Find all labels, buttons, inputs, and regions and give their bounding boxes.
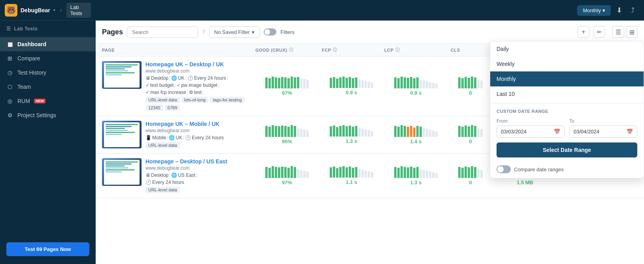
download-button[interactable]: ⬇ [613,4,625,16]
bar [333,167,335,178]
select-date-range-button[interactable]: Select Date Range [497,142,637,157]
sidebar-breadcrumb: Lab Tests [66,3,91,18]
cls-bars-1 [458,77,483,88]
page-details-3: Homepage – Desktop / US East www.debugbe… [145,158,252,193]
page-info-1: Homepage UK – Desktop / UK www.debugbear… [102,61,252,111]
bar [368,171,370,178]
bar [297,169,299,178]
bar [364,81,367,88]
saved-filter-button[interactable]: No Saved Filter ▾ [209,26,260,38]
filter-toggle[interactable] [264,28,276,36]
sidebar-item-test-history[interactable]: ◷ Test History [0,66,96,80]
bar [346,126,348,137]
sidebar-item-rum[interactable]: ◎ RUM NEW [0,94,96,108]
tag[interactable]: 12345 [145,105,163,111]
sidebar-item-dashboard[interactable]: ▦ Dashboard [0,37,96,51]
bar [471,77,473,88]
dropdown-option-weekly[interactable]: Weekly [490,56,644,71]
bar [432,172,434,178]
bar [394,167,397,178]
compare-toggle[interactable] [497,165,511,173]
bar [404,77,406,88]
fcp-info-icon: ⓘ [333,47,338,53]
settings-icon: ⚙ [6,112,13,118]
dropdown-option-monthly[interactable]: Monthly [490,71,644,86]
sidebar: 🐻 DebugBear ▾ › Lab Tests ☰ Lab Tests ▦ … [0,0,96,264]
tag[interactable]: URL-level data [145,97,180,103]
lcp-cell-3: 1.3 s [384,166,448,185]
bar [416,126,419,137]
bar [265,167,268,178]
tag[interactable]: lots-of-long [181,97,208,103]
help-icon[interactable]: ? [202,29,205,35]
bar [368,82,370,88]
bar [423,81,425,88]
dropdown-option-last10[interactable]: Last 10 [490,86,644,101]
fcp-cell-3: 1.1 s [322,166,381,185]
bar [291,77,293,88]
app-logo[interactable]: 🐻 [5,4,17,17]
main-wrapper: Monthly ▾ ⬇ ⤴ Pages ? No Saved Filter ▾ … [96,0,644,264]
tag[interactable]: URL-level data [145,142,180,148]
lcp-bars-1 [394,77,438,88]
sidebar-item-team[interactable]: ⬡ Team [0,80,96,94]
dropdown-option-daily[interactable]: Daily [490,41,644,56]
bar [368,130,370,137]
bar [339,167,342,178]
share-button[interactable]: ⤴ [628,5,638,16]
bar [284,126,287,137]
monthly-button[interactable]: Monthly ▾ [577,5,611,16]
bar [306,172,309,178]
page-name-1[interactable]: Homepage UK – Desktop / UK [145,61,252,67]
bar [426,171,428,178]
bar [364,170,367,178]
main-content: Pages ? No Saved Filter ▾ Filters + ✏ ☰ … [96,21,644,264]
cta-button[interactable]: Test 69 Pages Now [6,242,89,256]
cls-cell-1: 0 [451,77,490,96]
sidebar-item-project-settings[interactable]: ⚙ Project Settings [0,108,96,122]
edit-button[interactable]: ✏ [593,26,605,38]
page-meta-3b: 🕐 Every 24 hours [145,180,252,185]
bar [400,125,403,137]
bar [465,125,467,137]
bar [361,80,364,88]
page-url-1: www.debugbear.com [145,68,252,74]
bar [477,80,480,88]
tag[interactable]: 6789 [165,105,180,111]
bar [352,168,354,178]
bar [400,166,403,178]
good-crux-bars-1 [265,77,309,88]
grid-view-button[interactable]: ⊞ [626,26,638,38]
sidebar-item-label: Test History [17,69,46,76]
bar [394,77,397,88]
page-budgets-1: ✓ test budget | ✓ pw image budget | [145,82,252,88]
bar [339,77,342,88]
bar [407,127,409,137]
page-thumbnail-1 [102,61,142,89]
sidebar-item-label: Compare [17,55,40,62]
compare-icon: ⊞ [6,55,13,62]
sidebar-item-label: Team [17,84,31,90]
cls-value-2: 0 [469,139,472,144]
list-view-button[interactable]: ☰ [612,26,624,38]
fcp-bars-2 [330,125,373,137]
sidebar-section: ☰ Lab Tests [0,21,96,34]
add-page-button[interactable]: + [578,26,589,38]
bar [416,167,419,178]
search-input[interactable] [127,26,198,38]
from-date-input[interactable]: 03/03/2024 📅 [497,125,565,138]
bar [333,125,335,137]
bar [461,168,464,178]
page-name-2[interactable]: Homepage UK – Mobile / UK [145,121,252,127]
page-name-3[interactable]: Homepage – Desktop / US East [145,158,252,165]
bar [432,83,434,88]
bar [371,82,373,88]
sidebar-item-compare[interactable]: ⊞ Compare [0,51,96,66]
bar [358,79,361,88]
to-date-input[interactable]: 03/04/2024 📅 [569,125,637,138]
tag[interactable]: URL-level data [145,187,180,193]
tag[interactable]: tags-for-testing [210,97,244,103]
bar [300,129,302,137]
bar [397,127,400,137]
col-good-crux: GOOD (CRUX) ⓘ [255,47,319,53]
